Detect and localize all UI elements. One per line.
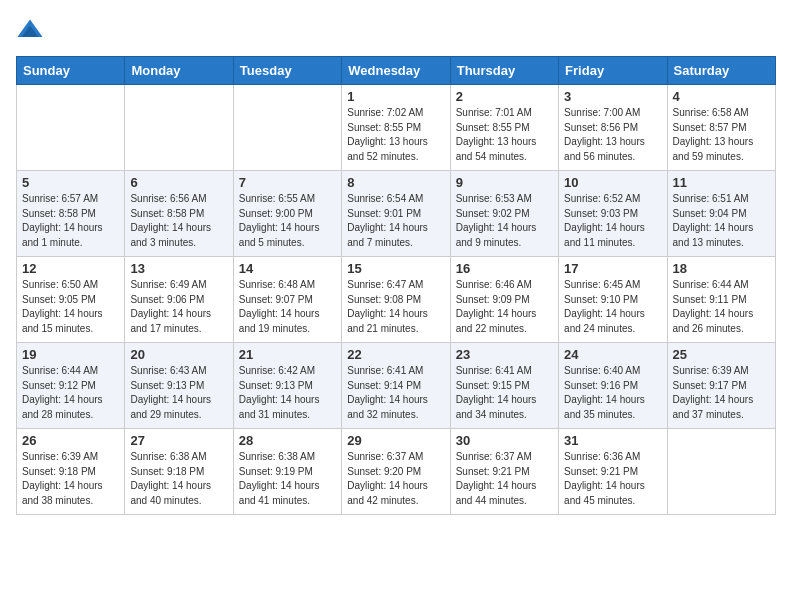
calendar-cell: 4Sunrise: 6:58 AMSunset: 8:57 PMDaylight… xyxy=(667,85,775,171)
day-number: 22 xyxy=(347,347,444,362)
calendar-header-row: SundayMondayTuesdayWednesdayThursdayFrid… xyxy=(17,57,776,85)
calendar-week-row: 12Sunrise: 6:50 AMSunset: 9:05 PMDayligh… xyxy=(17,257,776,343)
calendar-week-row: 5Sunrise: 6:57 AMSunset: 8:58 PMDaylight… xyxy=(17,171,776,257)
day-of-week-header: Sunday xyxy=(17,57,125,85)
day-info: Sunrise: 6:43 AMSunset: 9:13 PMDaylight:… xyxy=(130,364,227,422)
calendar-cell xyxy=(667,429,775,515)
calendar-cell: 10Sunrise: 6:52 AMSunset: 9:03 PMDayligh… xyxy=(559,171,667,257)
calendar-cell: 2Sunrise: 7:01 AMSunset: 8:55 PMDaylight… xyxy=(450,85,558,171)
day-info: Sunrise: 7:01 AMSunset: 8:55 PMDaylight:… xyxy=(456,106,553,164)
day-info: Sunrise: 6:48 AMSunset: 9:07 PMDaylight:… xyxy=(239,278,336,336)
day-number: 28 xyxy=(239,433,336,448)
calendar-cell: 13Sunrise: 6:49 AMSunset: 9:06 PMDayligh… xyxy=(125,257,233,343)
day-info: Sunrise: 6:36 AMSunset: 9:21 PMDaylight:… xyxy=(564,450,661,508)
calendar-cell: 20Sunrise: 6:43 AMSunset: 9:13 PMDayligh… xyxy=(125,343,233,429)
day-info: Sunrise: 6:39 AMSunset: 9:18 PMDaylight:… xyxy=(22,450,119,508)
day-number: 15 xyxy=(347,261,444,276)
logo xyxy=(16,16,48,44)
calendar-cell: 14Sunrise: 6:48 AMSunset: 9:07 PMDayligh… xyxy=(233,257,341,343)
day-number: 9 xyxy=(456,175,553,190)
calendar-cell: 6Sunrise: 6:56 AMSunset: 8:58 PMDaylight… xyxy=(125,171,233,257)
logo-icon xyxy=(16,16,44,44)
day-info: Sunrise: 6:49 AMSunset: 9:06 PMDaylight:… xyxy=(130,278,227,336)
calendar-cell: 21Sunrise: 6:42 AMSunset: 9:13 PMDayligh… xyxy=(233,343,341,429)
calendar-cell: 16Sunrise: 6:46 AMSunset: 9:09 PMDayligh… xyxy=(450,257,558,343)
day-info: Sunrise: 6:51 AMSunset: 9:04 PMDaylight:… xyxy=(673,192,770,250)
calendar-table: SundayMondayTuesdayWednesdayThursdayFrid… xyxy=(16,56,776,515)
calendar-cell: 7Sunrise: 6:55 AMSunset: 9:00 PMDaylight… xyxy=(233,171,341,257)
calendar-cell: 26Sunrise: 6:39 AMSunset: 9:18 PMDayligh… xyxy=(17,429,125,515)
day-number: 11 xyxy=(673,175,770,190)
day-number: 13 xyxy=(130,261,227,276)
day-info: Sunrise: 6:41 AMSunset: 9:15 PMDaylight:… xyxy=(456,364,553,422)
calendar-cell: 5Sunrise: 6:57 AMSunset: 8:58 PMDaylight… xyxy=(17,171,125,257)
calendar-week-row: 26Sunrise: 6:39 AMSunset: 9:18 PMDayligh… xyxy=(17,429,776,515)
calendar-week-row: 1Sunrise: 7:02 AMSunset: 8:55 PMDaylight… xyxy=(17,85,776,171)
day-info: Sunrise: 6:40 AMSunset: 9:16 PMDaylight:… xyxy=(564,364,661,422)
calendar-cell: 17Sunrise: 6:45 AMSunset: 9:10 PMDayligh… xyxy=(559,257,667,343)
day-number: 5 xyxy=(22,175,119,190)
day-info: Sunrise: 6:41 AMSunset: 9:14 PMDaylight:… xyxy=(347,364,444,422)
calendar-cell: 29Sunrise: 6:37 AMSunset: 9:20 PMDayligh… xyxy=(342,429,450,515)
day-number: 18 xyxy=(673,261,770,276)
day-info: Sunrise: 6:44 AMSunset: 9:11 PMDaylight:… xyxy=(673,278,770,336)
day-number: 25 xyxy=(673,347,770,362)
day-number: 3 xyxy=(564,89,661,104)
day-number: 4 xyxy=(673,89,770,104)
day-number: 30 xyxy=(456,433,553,448)
day-info: Sunrise: 6:37 AMSunset: 9:21 PMDaylight:… xyxy=(456,450,553,508)
calendar-cell: 23Sunrise: 6:41 AMSunset: 9:15 PMDayligh… xyxy=(450,343,558,429)
day-number: 17 xyxy=(564,261,661,276)
calendar-cell: 1Sunrise: 7:02 AMSunset: 8:55 PMDaylight… xyxy=(342,85,450,171)
day-number: 29 xyxy=(347,433,444,448)
day-info: Sunrise: 6:47 AMSunset: 9:08 PMDaylight:… xyxy=(347,278,444,336)
day-number: 7 xyxy=(239,175,336,190)
calendar-cell xyxy=(17,85,125,171)
day-of-week-header: Friday xyxy=(559,57,667,85)
day-info: Sunrise: 6:44 AMSunset: 9:12 PMDaylight:… xyxy=(22,364,119,422)
day-number: 31 xyxy=(564,433,661,448)
day-info: Sunrise: 6:37 AMSunset: 9:20 PMDaylight:… xyxy=(347,450,444,508)
day-number: 23 xyxy=(456,347,553,362)
day-info: Sunrise: 6:53 AMSunset: 9:02 PMDaylight:… xyxy=(456,192,553,250)
calendar-cell: 28Sunrise: 6:38 AMSunset: 9:19 PMDayligh… xyxy=(233,429,341,515)
day-info: Sunrise: 6:38 AMSunset: 9:19 PMDaylight:… xyxy=(239,450,336,508)
day-of-week-header: Thursday xyxy=(450,57,558,85)
day-number: 20 xyxy=(130,347,227,362)
calendar-cell xyxy=(233,85,341,171)
calendar-cell: 8Sunrise: 6:54 AMSunset: 9:01 PMDaylight… xyxy=(342,171,450,257)
day-info: Sunrise: 6:39 AMSunset: 9:17 PMDaylight:… xyxy=(673,364,770,422)
day-of-week-header: Saturday xyxy=(667,57,775,85)
day-info: Sunrise: 7:00 AMSunset: 8:56 PMDaylight:… xyxy=(564,106,661,164)
day-info: Sunrise: 6:55 AMSunset: 9:00 PMDaylight:… xyxy=(239,192,336,250)
day-info: Sunrise: 6:38 AMSunset: 9:18 PMDaylight:… xyxy=(130,450,227,508)
day-info: Sunrise: 6:50 AMSunset: 9:05 PMDaylight:… xyxy=(22,278,119,336)
calendar-cell: 19Sunrise: 6:44 AMSunset: 9:12 PMDayligh… xyxy=(17,343,125,429)
day-number: 16 xyxy=(456,261,553,276)
day-info: Sunrise: 7:02 AMSunset: 8:55 PMDaylight:… xyxy=(347,106,444,164)
day-info: Sunrise: 6:42 AMSunset: 9:13 PMDaylight:… xyxy=(239,364,336,422)
day-number: 1 xyxy=(347,89,444,104)
calendar-cell: 11Sunrise: 6:51 AMSunset: 9:04 PMDayligh… xyxy=(667,171,775,257)
day-number: 10 xyxy=(564,175,661,190)
calendar-cell: 22Sunrise: 6:41 AMSunset: 9:14 PMDayligh… xyxy=(342,343,450,429)
day-of-week-header: Monday xyxy=(125,57,233,85)
calendar-cell: 12Sunrise: 6:50 AMSunset: 9:05 PMDayligh… xyxy=(17,257,125,343)
calendar-cell: 18Sunrise: 6:44 AMSunset: 9:11 PMDayligh… xyxy=(667,257,775,343)
calendar-cell: 31Sunrise: 6:36 AMSunset: 9:21 PMDayligh… xyxy=(559,429,667,515)
day-info: Sunrise: 6:52 AMSunset: 9:03 PMDaylight:… xyxy=(564,192,661,250)
day-number: 14 xyxy=(239,261,336,276)
calendar-cell: 25Sunrise: 6:39 AMSunset: 9:17 PMDayligh… xyxy=(667,343,775,429)
calendar-cell: 9Sunrise: 6:53 AMSunset: 9:02 PMDaylight… xyxy=(450,171,558,257)
day-number: 2 xyxy=(456,89,553,104)
calendar-cell: 27Sunrise: 6:38 AMSunset: 9:18 PMDayligh… xyxy=(125,429,233,515)
day-number: 12 xyxy=(22,261,119,276)
calendar-week-row: 19Sunrise: 6:44 AMSunset: 9:12 PMDayligh… xyxy=(17,343,776,429)
day-of-week-header: Tuesday xyxy=(233,57,341,85)
day-number: 27 xyxy=(130,433,227,448)
day-number: 26 xyxy=(22,433,119,448)
day-info: Sunrise: 6:57 AMSunset: 8:58 PMDaylight:… xyxy=(22,192,119,250)
calendar-cell xyxy=(125,85,233,171)
calendar-cell: 30Sunrise: 6:37 AMSunset: 9:21 PMDayligh… xyxy=(450,429,558,515)
day-number: 19 xyxy=(22,347,119,362)
